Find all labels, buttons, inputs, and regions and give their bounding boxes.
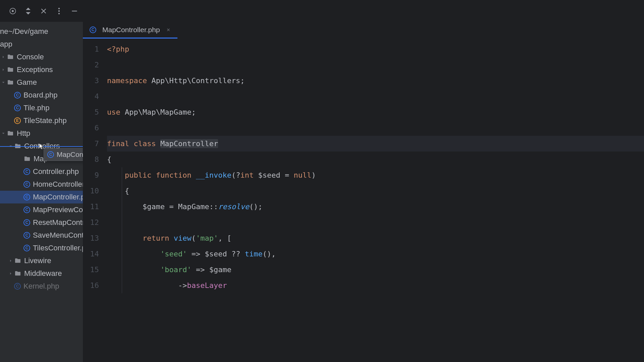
line-number: 1 bbox=[83, 41, 99, 57]
file-save-menu-controller[interactable]: C SaveMenuControlle bbox=[0, 229, 83, 242]
folder-label: Exceptions bbox=[17, 65, 53, 74]
toolbar bbox=[0, 0, 644, 22]
drag-file-label: MapController.php bbox=[57, 150, 83, 159]
line-gutter: 1 2 3 4 5 6 7 8 9 10 11 12 13 14 15 16 bbox=[83, 41, 107, 362]
tab-close-icon[interactable] bbox=[166, 26, 171, 34]
project-path: ~/Dev/game bbox=[8, 27, 48, 36]
code-line: { bbox=[107, 152, 644, 167]
chevron-right-icon bbox=[7, 257, 14, 264]
class-icon: C bbox=[23, 219, 30, 226]
code-line bbox=[107, 88, 644, 104]
class-icon: C bbox=[23, 168, 30, 175]
file-home-controller[interactable]: C HomeController.ph bbox=[0, 178, 83, 191]
file-tile[interactable]: C Tile.php bbox=[0, 102, 83, 114]
class-icon: C bbox=[90, 26, 96, 33]
code-line bbox=[107, 57, 644, 73]
file-map-preview-controller[interactable]: C MapPreviewContro bbox=[0, 203, 83, 216]
code-line: { bbox=[107, 183, 644, 199]
file-board[interactable]: C Board.php bbox=[0, 89, 83, 102]
more-icon[interactable] bbox=[55, 7, 63, 15]
code-line bbox=[107, 215, 644, 230]
folder-icon bbox=[7, 66, 14, 73]
file-label: TilesController.php bbox=[33, 244, 83, 252]
file-label: Tile.php bbox=[23, 104, 49, 112]
line-number: 9 bbox=[83, 167, 99, 183]
folder-app[interactable]: app bbox=[0, 38, 83, 51]
line-number: 5 bbox=[83, 104, 99, 120]
code-line: return view('map', [ bbox=[107, 230, 644, 246]
folder-game[interactable]: Game bbox=[0, 76, 83, 89]
line-number: 12 bbox=[83, 215, 99, 230]
file-label: HomeController.ph bbox=[33, 180, 83, 189]
code-line: final class MapController bbox=[107, 136, 644, 152]
line-number: 3 bbox=[83, 73, 99, 88]
chevron-right-icon bbox=[0, 66, 7, 73]
editor: C MapController.php 1 2 3 4 5 6 7 8 9 10… bbox=[83, 22, 644, 362]
main-area: ne ~/Dev/game app Console Exceptions Gam… bbox=[0, 22, 644, 362]
file-tilestate[interactable]: E TileState.php bbox=[0, 114, 83, 127]
folder-middleware[interactable]: Middleware bbox=[0, 267, 83, 280]
folder-label: Livewire bbox=[24, 256, 51, 265]
svg-point-1 bbox=[12, 10, 13, 11]
folder-exceptions[interactable]: Exceptions bbox=[0, 63, 83, 76]
code-line bbox=[107, 120, 644, 136]
project-sidebar: ne ~/Dev/game app Console Exceptions Gam… bbox=[0, 22, 83, 362]
code-line: $game = MapGame::resolve(); bbox=[107, 199, 644, 215]
expand-collapse-icon[interactable] bbox=[24, 7, 33, 15]
code-line: 'seed' => $seed ?? time(), bbox=[107, 246, 644, 262]
close-icon[interactable] bbox=[39, 7, 48, 15]
code-line: ->baseLayer bbox=[107, 278, 644, 293]
file-label: ResetMapControlle bbox=[33, 218, 83, 227]
project-root[interactable]: ne ~/Dev/game bbox=[0, 25, 83, 38]
file-label: Controller.php bbox=[33, 167, 79, 176]
tab-map-controller[interactable]: C MapController.php bbox=[83, 22, 177, 39]
tab-title: MapController.php bbox=[102, 26, 160, 34]
class-icon: C bbox=[14, 92, 21, 99]
file-map-controller[interactable]: C MapController.php bbox=[0, 191, 83, 203]
file-kernel[interactable]: C Kernel.php bbox=[0, 280, 83, 293]
folder-label: Middleware bbox=[24, 269, 62, 278]
file-label: TileState.php bbox=[23, 116, 67, 125]
folder-icon bbox=[7, 53, 14, 61]
line-number: 13 bbox=[83, 230, 99, 246]
file-reset-map-controller[interactable]: C ResetMapControlle bbox=[0, 216, 83, 229]
drop-indicator bbox=[0, 146, 83, 147]
class-icon: C bbox=[23, 245, 30, 251]
line-number: 4 bbox=[83, 88, 99, 104]
enum-icon: E bbox=[14, 117, 21, 124]
code-line: public function __invoke(?int $seed = nu… bbox=[107, 167, 644, 183]
class-icon: C bbox=[23, 194, 30, 200]
drag-tooltip: C MapController.php bbox=[44, 148, 83, 161]
line-number: 16 bbox=[83, 278, 99, 293]
tab-bar: C MapController.php bbox=[83, 22, 644, 39]
class-icon: C bbox=[14, 283, 21, 290]
line-number: 11 bbox=[83, 199, 99, 215]
svg-point-3 bbox=[58, 10, 60, 11]
folder-console[interactable]: Console bbox=[0, 51, 83, 63]
file-label: Board.php bbox=[23, 91, 58, 100]
folder-icon bbox=[23, 155, 31, 163]
code-content[interactable]: <?php namespace App\Http\Controllers; us… bbox=[107, 41, 644, 362]
file-label: SaveMenuControlle bbox=[33, 231, 83, 240]
folder-label: app bbox=[0, 40, 12, 49]
class-icon: C bbox=[47, 151, 54, 158]
folder-http[interactable]: Http bbox=[0, 127, 83, 140]
code-area[interactable]: 1 2 3 4 5 6 7 8 9 10 11 12 13 14 15 16 <… bbox=[83, 39, 644, 362]
line-number: 15 bbox=[83, 262, 99, 278]
chevron-down-icon bbox=[0, 79, 7, 86]
folder-icon bbox=[7, 79, 14, 86]
code-line: use App\Map\MapGame; bbox=[107, 104, 644, 120]
file-controller[interactable]: C Controller.php bbox=[0, 165, 83, 178]
minimize-icon[interactable] bbox=[70, 7, 79, 15]
svg-point-4 bbox=[58, 13, 60, 14]
folder-label: Console bbox=[17, 53, 44, 61]
target-icon[interactable] bbox=[8, 7, 17, 15]
file-tiles-controller[interactable]: C TilesController.php bbox=[0, 242, 83, 254]
project-name: ne bbox=[0, 27, 8, 36]
folder-livewire[interactable]: Livewire bbox=[0, 254, 83, 267]
file-label: MapController.php bbox=[33, 193, 83, 201]
folder-icon bbox=[7, 130, 14, 137]
code-line: 'board' => $game bbox=[107, 262, 644, 278]
folder-icon bbox=[14, 270, 21, 277]
code-line: namespace App\Http\Controllers; bbox=[107, 73, 644, 88]
